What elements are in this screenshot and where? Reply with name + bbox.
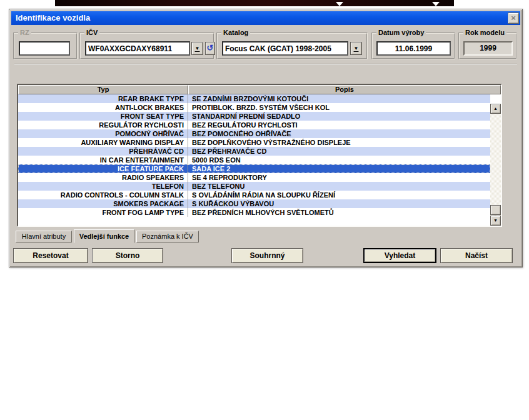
column-header-typ[interactable]: Typ [18, 85, 188, 94]
background-arrow-icon [336, 2, 343, 6]
cell-typ: ICE FEATURE PACK [18, 164, 188, 173]
icv-group: IČV ▼ ↺ [79, 32, 214, 59]
cell-popis: BEZ DOPLŇKOVÉHO VÝSTRAŽNÉHO DISPLEJE [188, 138, 490, 147]
scroll-up-button[interactable]: ▲ [490, 104, 501, 114]
cell-popis: STANDARDNÍ PREDNÍ SEDADLO [188, 112, 490, 121]
table-row[interactable]: RADIO SPEAKERSSE 4 REPRODUKTORY [18, 173, 490, 182]
scroll-up-icon: ▲ [493, 106, 498, 111]
cell-typ: FRONT SEAT TYPE [18, 112, 188, 121]
table-row[interactable]: PŘEHRÁVAČ CDBEZ PŘEHRAVAČE CD [18, 147, 490, 156]
table-row[interactable]: SMOKERS PACKAGES KUŘÁCKOU VÝBAVOU [18, 199, 490, 208]
dropdown-icon: ▼ [354, 46, 359, 51]
dialog-title: Identifikace vozidla [16, 13, 90, 22]
table-row[interactable]: POMOCNÝ OHŘÍVAČBEZ POMOCNÉHO OHŘÍVAČE [18, 129, 490, 138]
cell-typ: RADIO SPEAKERS [18, 173, 188, 182]
background-arrow-icon [432, 2, 440, 6]
rz-group: RZ [13, 32, 78, 59]
storno-button[interactable]: Storno [92, 248, 163, 263]
cell-typ: POMOCNÝ OHŘÍVAČ [18, 129, 188, 138]
dialog-titlebar[interactable]: Identifikace vozidla [11, 11, 520, 25]
cell-popis: SE ZADNÍMI BRZDOVÝMI KOTOUČI [188, 94, 490, 103]
cell-popis: BEZ TELEFONU [188, 182, 490, 191]
cell-typ: ANTI-LOCK BRAKES [18, 103, 188, 112]
katalog-dropdown-button[interactable]: ▼ [350, 42, 362, 55]
scroll-down-button[interactable]: ▼ [490, 216, 501, 226]
rok-modelu-value: 1999 [463, 41, 513, 56]
tab-hlavni-atributy[interactable]: Hlavní atributy [16, 231, 72, 242]
cell-typ: IN CAR ENTERTAINMENT [18, 156, 188, 164]
cell-typ: TELEFON [18, 182, 188, 191]
cell-popis: PROTIBLOK. BRZD. SYSTÉM VŠECH KOL [188, 103, 490, 112]
katalog-input[interactable] [222, 41, 348, 56]
cell-typ: REAR BRAKE TYPE [18, 94, 188, 103]
refresh-icon: ↺ [207, 43, 214, 52]
table-header: Typ Popis [18, 85, 501, 94]
rz-label: RZ [18, 29, 31, 37]
table-row[interactable]: IN CAR ENTERTAINMENT5000 RDS EON [18, 156, 490, 164]
cell-popis: BEZ PŘEDNÍCH MLHOVÝCH SVĚTLOMETŮ [188, 208, 490, 217]
tab-vedlejsi-funkce[interactable]: Vedlejší funkce [74, 229, 134, 243]
features-table: Typ Popis REAR BRAKE TYPESE ZADNÍMI BRZD… [17, 84, 502, 227]
cell-typ: AUXILIARY WARNING DISPLAY [18, 138, 188, 147]
table-rows: REAR BRAKE TYPESE ZADNÍMI BRZDOVÝMI KOTO… [18, 94, 490, 226]
scroll-down-icon: ▼ [493, 218, 498, 222]
background-window-strip [55, 0, 454, 6]
datum-vyroby-group: Datum výroby [371, 32, 455, 59]
table-row[interactable]: FRONT SEAT TYPESTANDARDNÍ PREDNÍ SEDADLO [18, 112, 490, 121]
table-row[interactable]: REAR BRAKE TYPESE ZADNÍMI BRZDOVÝMI KOTO… [18, 94, 490, 103]
vyhledat-button[interactable]: Vyhledat [363, 248, 436, 263]
scrollbar-thumb[interactable] [490, 205, 501, 215]
cell-popis: 5000 RDS EON [188, 156, 490, 164]
table-row[interactable]: ICE FEATURE PACKSADA ICE 2 [18, 164, 490, 173]
icv-dropdown-button[interactable]: ▼ [191, 42, 203, 55]
katalog-group: Katalog ▼ [216, 32, 368, 59]
icv-input[interactable] [85, 41, 190, 56]
tab-poznamka-k-icv[interactable]: Poznámka k IČV [136, 231, 199, 242]
rok-modelu-label: Rok modelu [463, 29, 506, 37]
separator [14, 64, 517, 65]
rok-modelu-group: Rok modelu 1999 [458, 32, 517, 59]
cell-popis: BEZ PŘEHRAVAČE CD [188, 147, 490, 156]
close-button[interactable]: × [508, 12, 519, 24]
cell-popis: SE 4 REPRODUKTORY [188, 173, 490, 182]
table-row[interactable]: AUXILIARY WARNING DISPLAYBEZ DOPLŇKOVÉHO… [18, 138, 490, 147]
dropdown-icon: ▼ [195, 46, 200, 51]
cell-popis: S OVLÁDÁNÍM RÁDIA NA SLOUPKU ŘÍZENÍ [188, 191, 490, 199]
cell-popis: BEZ POMOCNÉHO OHŘÍVAČE [188, 129, 490, 138]
cell-popis: SADA ICE 2 [188, 164, 490, 173]
nacist-button[interactable]: Načíst [440, 248, 513, 263]
close-icon: × [511, 13, 516, 22]
vertical-scrollbar[interactable]: ▲ ▼ [490, 104, 501, 226]
icv-label: IČV [84, 29, 99, 37]
cell-typ: SMOKERS PACKAGE [18, 199, 188, 208]
table-row[interactable]: TELEFONBEZ TELEFONU [18, 182, 490, 191]
cell-typ: FRONT FOG LAMP TYPE [18, 208, 188, 217]
table-row[interactable]: REGULÁTOR RYCHLOSTIBEZ REGULÁTORU RYCHLO… [18, 121, 490, 129]
datum-vyroby-input[interactable] [376, 41, 451, 56]
icv-refresh-button[interactable]: ↺ [205, 42, 215, 55]
cell-typ: REGULÁTOR RYCHLOSTI [18, 121, 188, 129]
table-row[interactable]: RADIO CONTROLS - COLUMN STALKS OVLÁDÁNÍM… [18, 191, 490, 199]
table-row[interactable]: ANTI-LOCK BRAKESPROTIBLOK. BRZD. SYSTÉM … [18, 103, 490, 112]
column-header-popis[interactable]: Popis [188, 85, 501, 94]
cell-popis: S KUŘÁCKOU VÝBAVOU [188, 199, 490, 208]
table-row[interactable]: FRONT FOG LAMP TYPEBEZ PŘEDNÍCH MLHOVÝCH… [18, 208, 490, 217]
identifikace-vozidla-dialog: Identifikace vozidla × RZ IČV ▼ ↺ Katalo… [9, 9, 523, 268]
cell-typ: RADIO CONTROLS - COLUMN STALK [18, 191, 188, 199]
table-body: REAR BRAKE TYPESE ZADNÍMI BRZDOVÝMI KOTO… [18, 94, 501, 226]
katalog-label: Katalog [221, 29, 250, 37]
cell-popis: BEZ REGULÁTORU RYCHLOSTI [188, 121, 490, 129]
resetovat-button[interactable]: Resetovat [13, 248, 88, 263]
cell-typ: PŘEHRÁVAČ CD [18, 147, 188, 156]
souhrnny-button[interactable]: Souhrnný [231, 248, 303, 263]
datum-vyroby-label: Datum výroby [376, 29, 426, 37]
rz-input[interactable] [19, 41, 70, 56]
